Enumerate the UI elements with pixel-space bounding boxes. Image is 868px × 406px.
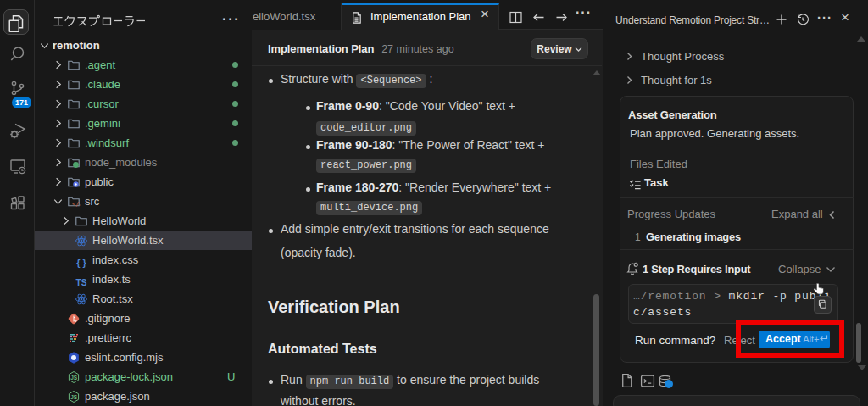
svg-text:</>: </> xyxy=(72,201,81,208)
svg-text:JS: JS xyxy=(70,375,78,381)
svg-text:JS: JS xyxy=(70,394,78,400)
